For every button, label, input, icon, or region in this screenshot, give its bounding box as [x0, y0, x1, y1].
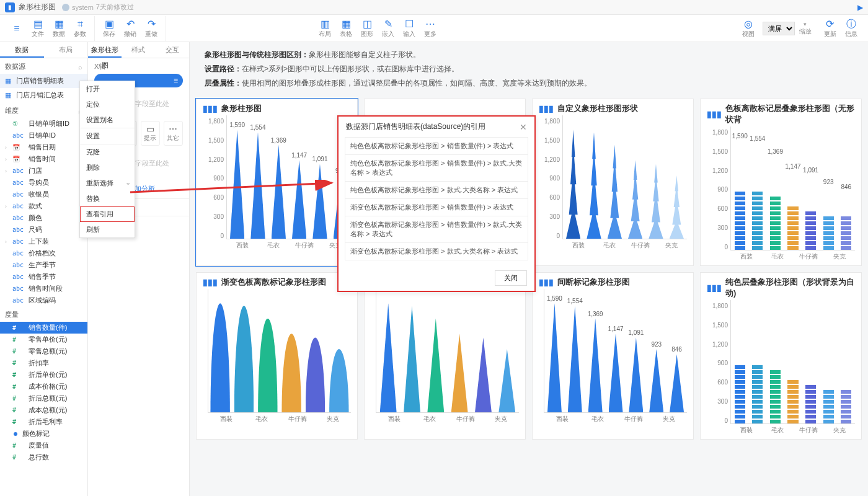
reference-item[interactable]: 纯色色板离散标记象形柱形图 > 销售数量(件) > 表达式	[345, 137, 528, 154]
measure-field[interactable]: #总行数	[0, 451, 87, 463]
dim-field[interactable]: abc销售时间段	[0, 283, 87, 294]
reference-item[interactable]: 纯色色板离散标记象形柱形图 > 款式.大类名称 > 表达式	[345, 181, 528, 198]
refresh-button[interactable]: ⟳更新	[820, 16, 841, 41]
table-button[interactable]: ▦表格	[335, 16, 356, 41]
search-icon[interactable]: ⌕	[78, 63, 82, 71]
field-type-icon: #	[12, 383, 26, 390]
chart-card[interactable]: ▮▮▮象形柱形图1,8001,5001,20090060030001,5901,…	[196, 99, 358, 266]
data-button[interactable]: ▦数据	[48, 16, 69, 41]
ds-section-label: 数据源	[5, 62, 25, 71]
measure-field[interactable]: #折后总额(元)	[0, 392, 87, 404]
field-type-icon: #	[12, 442, 26, 449]
view-button[interactable]: ◎视图	[738, 16, 759, 41]
ctx-查看引用[interactable]: 查看引用	[80, 206, 135, 222]
reference-item[interactable]: 渐变色板离散标记象形柱形图 > 销售数量(件) > 表达式	[345, 198, 528, 216]
close-icon[interactable]: ✕	[520, 122, 527, 132]
chart-title: 象形柱形图	[221, 103, 262, 114]
mid-tab-0[interactable]: 象形柱形图	[88, 42, 122, 58]
chart-card[interactable]: ▮▮▮纯色色板离散标记象形柱形图西装毛衣牛仔裤夹克	[364, 272, 526, 440]
file-button[interactable]: ▤文件	[27, 16, 48, 41]
dim-field[interactable]: abc生产季节	[0, 259, 87, 271]
measure-field[interactable]: #折后毛利率	[0, 416, 87, 428]
measure-field[interactable]: #成本总额(元)	[0, 404, 87, 416]
table-icon: ▦	[342, 19, 351, 30]
ctx-重新选择[interactable]: 重新选择⌄	[80, 175, 135, 191]
info-button[interactable]: ⓘ信息	[841, 16, 862, 41]
pill-menu-icon[interactable]: ≡	[174, 76, 178, 85]
chart-card[interactable]: ▮▮▮纯色层叠象形柱形图（形状背景为自动)1,8001,5001,2009006…	[700, 272, 862, 440]
ctx-打开[interactable]: 打开	[80, 81, 135, 97]
reference-item[interactable]: 渐变色板离散标记象形柱形图 > 销售数量(件) > 款式.大类名称 > 表达式	[345, 216, 528, 242]
dim-field[interactable]: abc颜色	[0, 212, 87, 224]
chart-button[interactable]: ◫图形	[356, 16, 378, 41]
mid-tab-1[interactable]: 样式	[122, 42, 155, 58]
reference-item[interactable]: 渐变色板离散标记象形柱形图 > 款式.大类名称 > 表达式	[345, 242, 528, 260]
modal-close-button[interactable]: 关闭	[495, 270, 527, 286]
preview-icon[interactable]: ▶	[857, 3, 863, 12]
dim-field[interactable]: abc导购员	[0, 177, 87, 188]
context-menu[interactable]: 打开定位设置别名设置克隆删除重新选择⌄替换查看引用刷新	[79, 81, 135, 238]
measure-field[interactable]: #零售总额(元)	[0, 345, 87, 357]
measure-field[interactable]: #折扣率	[0, 357, 87, 369]
ctx-设置别名[interactable]: 设置别名	[80, 112, 135, 128]
redo-button[interactable]: ↷重做	[141, 16, 162, 41]
ctx-刷新[interactable]: 刷新	[80, 222, 135, 237]
measure-field[interactable]: #销售数量(件)	[0, 322, 87, 334]
layout-icon: ▥	[321, 19, 330, 30]
dim-field[interactable]: ›abc门店	[0, 165, 87, 177]
input-button[interactable]: ☐输入	[399, 16, 420, 41]
dim-field[interactable]: ①日销单明细ID	[0, 118, 87, 130]
dim-field[interactable]: ›📅销售时间	[0, 153, 87, 165]
layout-button[interactable]: ▥布局	[314, 16, 335, 41]
field-type-icon: 📅	[12, 156, 26, 162]
params-button[interactable]: ⌗参数	[69, 16, 91, 41]
dim-field[interactable]: abc价格档次	[0, 247, 87, 259]
dim-field[interactable]: ›abc上下装	[0, 236, 87, 247]
measure-field[interactable]: #零售单价(元)	[0, 334, 87, 345]
field-type-icon: #	[12, 371, 26, 378]
dim-field[interactable]: abc销售季节	[0, 271, 87, 283]
cfg-其它[interactable]: ⋯其它	[164, 121, 183, 146]
measure-field[interactable]: 颜色标记	[0, 428, 87, 440]
datasource-item[interactable]: ▦门店月销汇总表	[0, 88, 87, 102]
dim-field[interactable]: abc区域编码	[0, 294, 87, 306]
dim-field[interactable]: abc日销单ID	[0, 130, 87, 141]
left-tab-1[interactable]: 布局	[44, 42, 88, 58]
ctx-设置[interactable]: 设置	[80, 128, 135, 144]
bar-chart-icon: ▮▮▮	[707, 109, 722, 119]
dim-field[interactable]: ›📅销售日期	[0, 141, 87, 153]
field-type-icon: abc	[12, 297, 26, 304]
left-tab-0[interactable]: 数据	[0, 42, 44, 58]
ctx-定位[interactable]: 定位	[80, 97, 135, 112]
chart-card[interactable]: ▮▮▮色板离散标记层叠象形柱形图（无形状背1,8001,5001,2009006…	[700, 99, 862, 266]
ctx-删除[interactable]: 删除	[80, 160, 135, 175]
more-button[interactable]: ⋯更多	[420, 16, 441, 41]
embed-button[interactable]: ✎嵌入	[378, 16, 399, 41]
ctx-克隆[interactable]: 克隆	[80, 144, 135, 160]
reference-item[interactable]: 纯色色板离散标记象形柱形图 > 销售数量(件) > 款式.大类名称 > 表达式	[345, 154, 528, 181]
datasource-item[interactable]: ▦门店销售明细表	[0, 74, 87, 88]
mid-tab-2[interactable]: 交互	[156, 42, 189, 58]
field-type-icon: abc	[12, 179, 26, 186]
ctx-替换[interactable]: 替换	[80, 191, 135, 206]
undo-button[interactable]: ↶撤销	[120, 16, 141, 41]
cfg-提示[interactable]: ▭提示	[141, 121, 160, 146]
field-type-icon: #	[12, 348, 26, 355]
zoom-select[interactable]: 满屏	[763, 22, 795, 35]
save-button[interactable]: ▣保存	[99, 16, 120, 41]
dim-field[interactable]: abc收银员	[0, 188, 87, 200]
info-icon: ⓘ	[846, 19, 856, 30]
chart-title: 纯色层叠象形柱形图（形状背景为自动)	[725, 277, 855, 299]
menu-button[interactable]: ≡	[6, 16, 27, 41]
measure-field[interactable]: #成本价格(元)	[0, 381, 87, 392]
measure-field[interactable]: #折后单价(元)	[0, 369, 87, 381]
zoom-label: 缩放	[799, 27, 812, 36]
dim-field[interactable]: abc尺码	[0, 224, 87, 236]
chart-card[interactable]: ▮▮▮渐变色板离散标记象形柱形图西装毛衣牛仔裤夹克	[196, 272, 358, 440]
field-type-icon: #	[12, 407, 26, 414]
chart-card[interactable]: ▮▮▮间断标记象形柱形图1,5901,5541,3691,1471,091923…	[532, 272, 694, 440]
dim-field[interactable]: ›abc款式	[0, 200, 87, 212]
measure-field[interactable]: #度量值	[0, 440, 87, 451]
field-type-icon: abc	[12, 215, 26, 221]
chart-card[interactable]: ▮▮▮自定义象形柱形图形状1,8001,5001,2009006003000西装…	[532, 99, 694, 266]
